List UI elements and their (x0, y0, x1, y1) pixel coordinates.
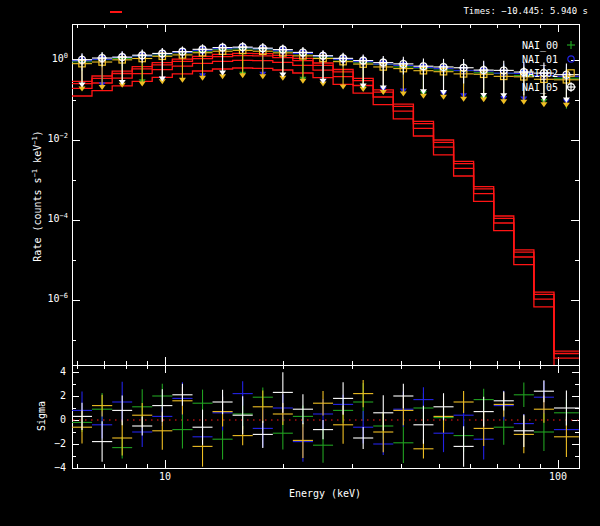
sigma-series-NAI_05 (72, 372, 579, 467)
sigma-tick-label: −4 (54, 462, 66, 473)
legend-entry-NAI_01: NAI_01 (522, 52, 578, 66)
sigma-series-NAI_02 (72, 380, 579, 467)
x-tick-label-10: 10 (159, 471, 171, 482)
square-marker-icon (564, 66, 578, 80)
plus-marker-icon (564, 38, 578, 52)
rate-tick-label: 100 (52, 52, 68, 64)
y-axis-label-sigma: Sigma (36, 401, 47, 431)
model-curve-NAI_00 (72, 60, 579, 358)
legend-entry-NAI_00: NAI_00 (522, 38, 578, 52)
rate-tick-label: 10−4 (48, 212, 68, 224)
sigma-series-NAI_01 (72, 381, 579, 462)
legend-entry-NAI_02: NAI_02 (522, 66, 578, 80)
legend-label: NAI_01 (522, 54, 558, 65)
spectral-fit-figure: Times: −10.445: 5.940 s Energy (keV) Rat… (0, 0, 600, 526)
rate-tick-label: 10−2 (48, 132, 68, 144)
rate-tick-label: 10−6 (48, 292, 68, 304)
detector-legend: NAI_00NAI_01NAI_02NAI_05 (522, 38, 578, 94)
sigma-tick-label: −2 (54, 438, 66, 449)
circle-marker-icon (564, 52, 578, 66)
legend-label: NAI_02 (522, 68, 558, 79)
x-tick-label-100: 100 (549, 471, 567, 482)
axes-frame (72, 24, 579, 468)
legend-label: NAI_00 (522, 40, 558, 51)
x-axis-label: Energy (keV) (289, 488, 361, 499)
data-series-NAI_05 (72, 42, 579, 102)
sigma-tick-label: 0 (60, 414, 66, 425)
legend-entry-NAI_05: NAI_05 (522, 80, 578, 94)
circle-plus-marker-icon (564, 80, 578, 94)
legend-label: NAI_05 (522, 82, 558, 93)
y-axis-label-rate: Rate (counts s−1 keV−1) (31, 130, 43, 261)
sigma-tick-label: 4 (60, 366, 66, 377)
sigma-series-NAI_00 (72, 383, 579, 464)
time-interval-label: Times: −10.445: 5.940 s (463, 6, 588, 16)
model-curve-NAI_02 (72, 68, 579, 366)
sigma-tick-label: 2 (60, 390, 66, 401)
spectral-fit-chart (0, 0, 600, 526)
